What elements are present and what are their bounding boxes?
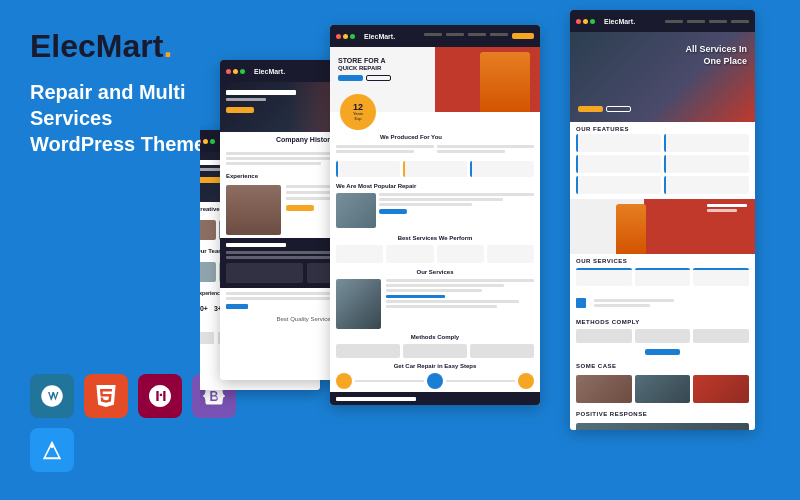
tagline-line2: WordPress Theme	[30, 133, 205, 155]
svg-point-1	[50, 445, 54, 449]
badge-html5[interactable]	[84, 374, 128, 418]
logo-text: ElecMart	[30, 28, 163, 64]
badge-mountain[interactable]	[30, 428, 74, 472]
main-container: ElecMart. Repair and Multi Services Word…	[0, 0, 800, 500]
positive-response-label: Positive Response	[570, 407, 755, 419]
logo-dot: .	[163, 28, 172, 64]
preview-right: ElecMart. All Services InOne Place	[570, 10, 755, 430]
tagline-line1: Repair and Multi Services	[30, 81, 186, 129]
previews-area: ElecMart. Creative Team Our Team	[200, 0, 800, 500]
cases-row	[570, 371, 755, 407]
preview-main: ElecMart. STORE FOR A QUICK REPAIR	[330, 25, 540, 405]
our-features-label: Our Features	[570, 122, 755, 134]
methods-comply-label: Methods Comply	[570, 315, 755, 327]
some-case-label: Some Case	[570, 359, 755, 371]
badge-elementor[interactable]	[138, 374, 182, 418]
our-services-label: Our Services	[570, 254, 755, 266]
badge-wordpress[interactable]	[30, 374, 74, 418]
